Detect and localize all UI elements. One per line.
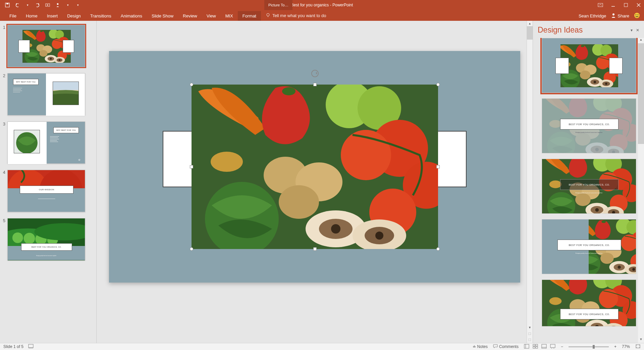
thumbnail-row: 3 WHY BEST FOR YOU ▬▬▬▬▬▬▬▬▬▬▬▬▬▬▬▬▬▬▬▬▬… (1, 121, 94, 164)
reading-view-icon[interactable] (541, 344, 547, 350)
touch-mode-icon[interactable] (55, 2, 60, 8)
zoom-in-icon[interactable]: + (614, 344, 616, 349)
svg-point-48 (634, 13, 640, 18)
next-slide-icon[interactable]: ⬚ (527, 337, 533, 342)
maximize-icon[interactable] (623, 2, 629, 8)
spell-check-icon[interactable] (28, 344, 34, 350)
scroll-up-icon[interactable]: ▲ (527, 21, 533, 26)
comments-button[interactable]: Comments (493, 344, 519, 349)
smiley-feedback-icon[interactable] (634, 12, 640, 19)
svg-point-47 (612, 13, 614, 15)
thumbnail-row: 2 WHY BEST FOR YOU ▬▬▬▬▬▬▬▬▬▬▬▬▬▬▬▬▬▬▬▬▬… (1, 73, 94, 115)
customize-qat-icon[interactable]: ▾ (75, 2, 80, 8)
thumbnail-row: 1 (1, 25, 94, 67)
notes-button[interactable]: ≐ Notes (473, 344, 488, 349)
resize-handle[interactable] (313, 83, 317, 86)
comments-label: Comments (499, 344, 519, 349)
pane-options-icon[interactable]: ▾ (631, 28, 633, 33)
tab-insert[interactable]: Insert (42, 11, 63, 21)
svg-rect-42 (624, 3, 628, 7)
tab-review[interactable]: Review (178, 11, 202, 21)
redo-icon[interactable] (35, 2, 40, 8)
lightbulb-icon (266, 13, 270, 18)
thumb3-heading: WHY BEST FOR YOU (56, 129, 76, 131)
slide-counter[interactable]: Slide 1 of 5 (3, 344, 23, 349)
slide-thumbnail-5[interactable]: BEST FOR YOU ORGANICS, CO. Bringing qual… (7, 218, 85, 260)
resize-handle[interactable] (436, 247, 440, 251)
close-pane-icon[interactable]: ✕ (636, 28, 639, 33)
tab-view[interactable]: View (202, 11, 221, 21)
tab-format[interactable]: Format (238, 11, 261, 21)
normal-view-icon[interactable] (524, 344, 529, 350)
scrollbar-thumb[interactable] (638, 43, 644, 144)
design-idea-4-title: BEST FOR YOU ORGANICS, CO. (569, 244, 610, 246)
tab-slide-show[interactable]: Slide Show (147, 11, 178, 21)
resize-handle[interactable] (190, 247, 193, 251)
start-from-beginning-icon[interactable] (45, 2, 50, 8)
tab-home[interactable]: Home (21, 11, 42, 21)
tab-mix[interactable]: MIX (221, 11, 238, 21)
tab-animations[interactable]: Animations (116, 11, 147, 21)
resize-handle[interactable] (190, 83, 193, 86)
contextual-tab-label[interactable]: Picture To… (264, 0, 292, 10)
fit-to-window-icon[interactable] (635, 344, 641, 350)
resize-handle[interactable] (313, 247, 317, 251)
scroll-down-icon[interactable]: ▼ (638, 338, 644, 343)
share-button[interactable]: Share (611, 13, 629, 19)
zoom-percent[interactable]: 77% (622, 344, 630, 349)
svg-rect-55 (533, 344, 535, 346)
ribbon-display-options-icon[interactable] (598, 2, 603, 8)
close-icon[interactable] (636, 2, 641, 8)
tab-transitions[interactable]: Transitions (86, 11, 116, 21)
tell-me-label: Tell me what you want to do (272, 13, 326, 18)
design-idea-5[interactable]: BEST FOR YOU ORGANICS, CO. (542, 280, 636, 327)
previous-slide-icon[interactable]: ⬚ (527, 331, 533, 336)
scrollbar-thumb[interactable] (527, 26, 533, 40)
slide-thumbnail-3[interactable]: WHY BEST FOR YOU ▬▬▬▬▬▬▬▬▬▬▬▬▬▬▬▬▬▬▬▬▬▬▬… (7, 121, 85, 164)
selected-picture[interactable] (192, 85, 438, 249)
svg-rect-56 (536, 344, 538, 346)
slide-thumbnail-1[interactable] (7, 25, 85, 67)
canvas-scrollbar[interactable]: ▲ ▼ ⬚ ⬚ (527, 21, 533, 343)
thumbnail-row: 5 BEST FOR YOU ORGANICS, CO. Bringing qu… (1, 218, 94, 260)
scroll-up-icon[interactable]: ▲ (638, 38, 644, 43)
slide-canvas[interactable] (109, 51, 520, 283)
svg-rect-61 (550, 344, 555, 348)
design-ideas-scrollbar[interactable]: ▲ ▼ (638, 38, 644, 343)
svg-point-39 (57, 3, 59, 5)
design-idea-1[interactable] (542, 38, 636, 93)
save-icon[interactable] (5, 2, 10, 8)
resize-handle[interactable] (436, 165, 440, 168)
slide-canvas-area[interactable]: ▲ ▼ ⬚ ⬚ (97, 21, 533, 343)
notes-icon: ≐ (473, 344, 476, 349)
user-name[interactable]: Sean Ethridge (579, 13, 606, 18)
design-idea-2[interactable]: BEST FOR YOU ORGANICS, CO. Bringing qual… (542, 98, 636, 153)
resize-handle[interactable] (190, 165, 193, 168)
design-idea-4-sub: Bringing quality food and consumers toge… (542, 252, 636, 254)
rotate-handle-icon[interactable] (311, 70, 319, 77)
resize-handle[interactable] (436, 83, 440, 86)
zoom-slider-thumb[interactable] (593, 345, 595, 349)
design-idea-4[interactable]: BEST FOR YOU ORGANICS, CO. Bringing qual… (542, 219, 636, 274)
scroll-down-icon[interactable]: ▼ (527, 325, 533, 330)
tell-me-search[interactable]: Tell me what you want to do (261, 10, 331, 21)
chevron-down-icon[interactable]: ▾ (65, 2, 70, 8)
design-idea-3[interactable]: BEST FOR YOU ORGANICS, CO. Bringing qual… (542, 159, 636, 214)
chevron-down-icon[interactable]: ▾ (25, 2, 30, 8)
zoom-slider[interactable] (569, 346, 609, 347)
design-ideas-title: Design Ideas (538, 26, 583, 35)
minimize-icon[interactable] (610, 2, 616, 8)
window-title: Best for you organics - PowerPoint (291, 3, 353, 7)
slide-thumbnail-4[interactable]: OUR MISSION ▬▬▬▬▬▬▬▬▬▬▬▬▬▬▬▬▬ (7, 170, 85, 212)
ribbon-tabs: File Home Insert Design Transitions Anim… (0, 10, 644, 21)
tab-design[interactable]: Design (62, 11, 85, 21)
tab-file[interactable]: File (5, 11, 21, 21)
slide-show-view-icon[interactable] (550, 344, 555, 350)
undo-icon[interactable] (15, 2, 20, 8)
thumb5-heading: BEST FOR YOU ORGANICS, CO. (32, 246, 62, 248)
status-bar: Slide 1 of 5 ≐ Notes Comments − + 77% (0, 343, 644, 350)
slide-sorter-view-icon[interactable] (533, 344, 538, 350)
design-idea-3-sub: Bringing quality food and consumers toge… (542, 192, 636, 194)
slide-thumbnail-2[interactable]: WHY BEST FOR YOU ▬▬▬▬▬▬▬▬▬▬▬▬▬▬▬▬▬▬▬▬▬▬▬… (7, 73, 85, 115)
zoom-out-icon[interactable]: − (561, 344, 563, 349)
